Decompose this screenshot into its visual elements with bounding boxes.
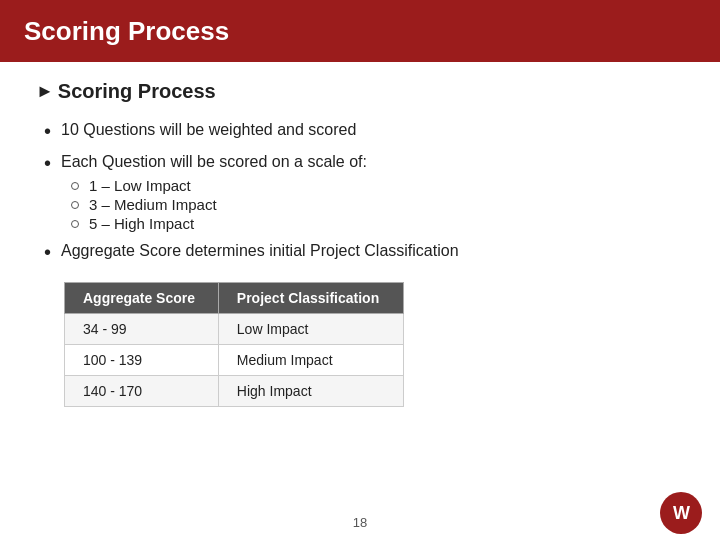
bullet-dot-3: • xyxy=(44,240,51,264)
score-table-wrapper: Aggregate Score Project Classification 3… xyxy=(64,282,684,407)
sub-text-2: 3 – Medium Impact xyxy=(89,196,217,213)
slide: Scoring Process ► Scoring Process • 10 Q… xyxy=(0,0,720,540)
sub-list: 1 – Low Impact 3 – Medium Impact 5 – Hig… xyxy=(61,177,367,232)
bullet-list: • 10 Questions will be weighted and scor… xyxy=(36,119,684,264)
table-row-1: 34 - 99 Low Impact xyxy=(65,314,404,345)
col-header-score: Aggregate Score xyxy=(65,283,219,314)
logo: W xyxy=(660,492,702,534)
slide-content: ► Scoring Process • 10 Questions will be… xyxy=(0,62,720,540)
header-title: Scoring Process xyxy=(24,16,229,47)
sub-item-2: 3 – Medium Impact xyxy=(71,196,367,213)
sub-circle-2 xyxy=(71,201,79,209)
classification-3: High Impact xyxy=(218,376,403,407)
page-number: 18 xyxy=(353,515,367,530)
sub-text-3: 5 – High Impact xyxy=(89,215,194,232)
sub-circle-1 xyxy=(71,182,79,190)
bullet-text-3: Aggregate Score determines initial Proje… xyxy=(61,242,459,259)
score-range-2: 100 - 139 xyxy=(65,345,219,376)
score-range-1: 34 - 99 xyxy=(65,314,219,345)
bullet-dot-2: • xyxy=(44,151,51,175)
classification-1: Low Impact xyxy=(218,314,403,345)
sub-item-1: 1 – Low Impact xyxy=(71,177,367,194)
score-range-3: 140 - 170 xyxy=(65,376,219,407)
table-body: 34 - 99 Low Impact 100 - 139 Medium Impa… xyxy=(65,314,404,407)
logo-circle: W xyxy=(660,492,702,534)
sub-text-1: 1 – Low Impact xyxy=(89,177,191,194)
sub-item-3: 5 – High Impact xyxy=(71,215,367,232)
bullet-dot-1: • xyxy=(44,119,51,143)
classification-2: Medium Impact xyxy=(218,345,403,376)
arrow-heading-text: Scoring Process xyxy=(58,80,216,103)
bullet-item-2: • Each Question will be scored on a scal… xyxy=(44,151,684,232)
table-header-row: Aggregate Score Project Classification xyxy=(65,283,404,314)
bullet-item-1: • 10 Questions will be weighted and scor… xyxy=(44,119,684,143)
arrow-heading: ► Scoring Process xyxy=(36,80,684,103)
table-row-2: 100 - 139 Medium Impact xyxy=(65,345,404,376)
bullet-text-2: Each Question will be scored on a scale … xyxy=(61,153,367,170)
table-row-3: 140 - 170 High Impact xyxy=(65,376,404,407)
bullet-item-3: • Aggregate Score determines initial Pro… xyxy=(44,240,684,264)
slide-header: Scoring Process xyxy=(0,0,720,62)
bullet-text-1: 10 Questions will be weighted and scored xyxy=(61,121,356,138)
score-table: Aggregate Score Project Classification 3… xyxy=(64,282,404,407)
col-header-classification: Project Classification xyxy=(218,283,403,314)
arrow-icon: ► xyxy=(36,81,54,102)
sub-circle-3 xyxy=(71,220,79,228)
